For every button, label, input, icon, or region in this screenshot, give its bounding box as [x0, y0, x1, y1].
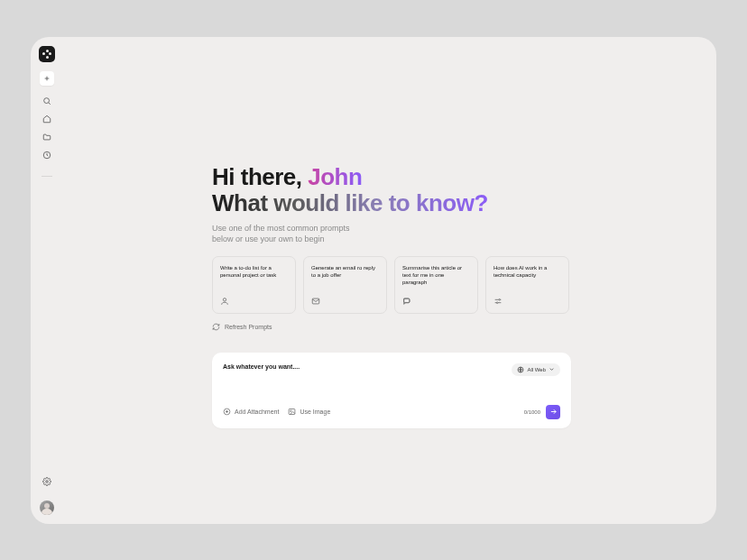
svg-rect-10: [290, 409, 296, 415]
subtitle-line-1: Use one of the most common prompts: [212, 223, 716, 234]
send-area: 0/1000: [524, 405, 560, 419]
new-chat-button[interactable]: [40, 71, 54, 86]
user-icon: [220, 297, 229, 306]
svg-point-11: [290, 410, 292, 412]
nav-folder[interactable]: [42, 133, 51, 142]
prompt-card-ai[interactable]: How does AI work in a technical capacity: [485, 256, 569, 314]
plus-icon: [43, 75, 51, 82]
greeting-prefix: Hi there,: [212, 163, 308, 190]
chevron-down-icon: [549, 366, 555, 372]
prompt-card-text: Summarise this article or text for me in…: [402, 264, 470, 286]
app-frame: Hi there, John What would like to know? …: [31, 37, 716, 524]
svg-point-7: [496, 302, 498, 304]
nav-icons: [42, 96, 52, 177]
nav-history[interactable]: [42, 151, 51, 160]
chat-icon: [402, 297, 411, 306]
main-content: Hi there, John What would like to know? …: [63, 37, 716, 524]
sliders-icon: [493, 297, 503, 306]
svg-rect-5: [404, 298, 410, 303]
subtitle-line-2: below or use your own to begin: [212, 234, 716, 245]
sidebar-bottom: [40, 477, 54, 515]
chat-input-bottom: Add Attachment Use Image 0/1000: [223, 405, 560, 419]
nav-divider: [42, 176, 52, 177]
use-image-label: Use Image: [300, 409, 330, 415]
greeting-line-1: Hi there, John: [212, 163, 716, 191]
chat-input-top: Ask whatever you want.... All Web: [223, 363, 560, 376]
svg-point-0: [44, 97, 50, 103]
greeting-name: John: [308, 163, 362, 190]
mail-icon: [311, 297, 320, 306]
prompt-card-summarise[interactable]: Summarise this article or text for me in…: [394, 256, 478, 314]
source-selector[interactable]: All Web: [512, 363, 560, 376]
chat-input-field[interactable]: Ask whatever you want....: [223, 363, 300, 370]
greeting-question-word: What: [212, 189, 273, 216]
svg-point-3: [223, 298, 226, 300]
clock-icon: [42, 151, 51, 160]
prompt-card-text: Write a to-do list for a personal projec…: [220, 264, 288, 279]
globe-icon: [517, 366, 524, 373]
arrow-right-icon: [549, 408, 558, 416]
nav-search[interactable]: [42, 96, 51, 106]
refresh-label: Refresh Prompts: [225, 324, 272, 330]
svg-point-2: [46, 480, 49, 482]
folder-icon: [42, 133, 51, 142]
user-avatar[interactable]: [40, 500, 54, 515]
nav-settings[interactable]: [42, 477, 51, 486]
attach-actions: Add Attachment Use Image: [223, 408, 330, 416]
char-count: 0/1000: [524, 409, 540, 415]
gear-icon: [42, 477, 51, 486]
prompt-card-email[interactable]: Generate an email ro reply to a job offe…: [303, 256, 387, 314]
greeting-question-rest: would like to know?: [273, 189, 488, 216]
svg-point-6: [499, 298, 501, 300]
add-attachment-button[interactable]: Add Attachment: [223, 408, 279, 416]
app-logo[interactable]: [39, 46, 55, 62]
search-icon: [42, 96, 51, 106]
nav-home[interactable]: [42, 115, 51, 124]
add-attachment-label: Add Attachment: [235, 409, 279, 415]
subtitle: Use one of the most common prompts below…: [212, 223, 716, 245]
home-icon: [42, 115, 51, 124]
refresh-icon: [212, 323, 220, 331]
sidebar: [31, 37, 63, 524]
prompt-card-text: Generate an email ro reply to a job offe…: [311, 264, 379, 279]
image-icon: [288, 408, 296, 416]
prompt-card-text: How does AI work in a technical capacity: [493, 264, 561, 279]
source-label: All Web: [527, 367, 546, 372]
greeting-line-2: What would like to know?: [212, 189, 716, 217]
use-image-button[interactable]: Use Image: [288, 408, 330, 416]
send-button[interactable]: [546, 405, 560, 419]
plus-circle-icon: [223, 408, 231, 416]
refresh-prompts-button[interactable]: Refresh Prompts: [212, 323, 716, 331]
prompt-card-todo[interactable]: Write a to-do list for a personal projec…: [212, 256, 296, 314]
prompt-cards: Write a to-do list for a personal projec…: [212, 256, 716, 314]
chat-input-box: Ask whatever you want.... All Web Add At…: [212, 353, 571, 428]
